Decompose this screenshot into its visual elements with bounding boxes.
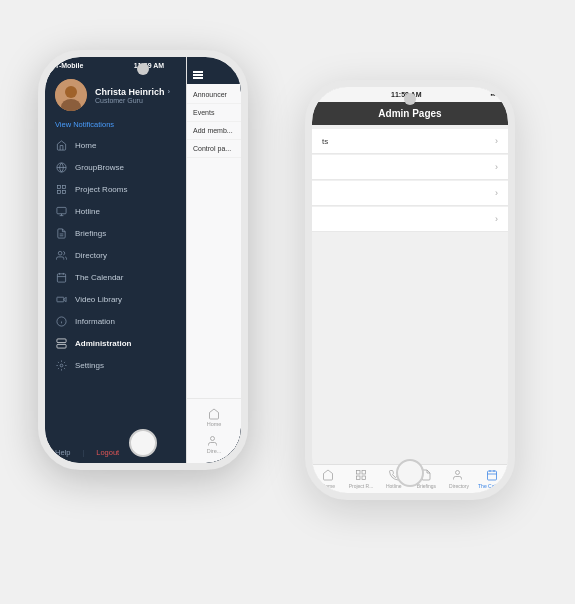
svg-rect-30 (357, 471, 361, 475)
tab-directory-label: Directory (449, 483, 469, 489)
footer-divider: | (82, 449, 84, 456)
admin-list-item-1[interactable]: ts › (312, 129, 508, 154)
tab-directory[interactable]: Directory (443, 468, 476, 489)
file-icon (55, 227, 67, 239)
overlay-header (187, 57, 241, 84)
monitor-icon (55, 205, 67, 217)
svg-point-34 (456, 471, 460, 475)
admin-item-chevron-3: › (495, 188, 498, 198)
grid-icon (55, 183, 67, 195)
home-icon (55, 139, 67, 151)
svg-rect-6 (62, 185, 65, 188)
svg-point-1 (65, 86, 77, 98)
svg-rect-33 (362, 476, 366, 480)
help-link[interactable]: Help (55, 448, 70, 457)
overlay-item-controlpa[interactable]: Control pa... (187, 140, 241, 158)
overlay-panel: Announcer Events Add memb... Control pa.… (186, 57, 241, 463)
svg-rect-7 (57, 190, 60, 193)
admin-title: Admin Pages (378, 108, 441, 119)
overlay-bottom: Home Dire... (187, 398, 241, 463)
people-icon (55, 249, 67, 261)
tab-home-icon (321, 468, 335, 482)
tab-calendar-icon (485, 468, 499, 482)
hamburger-icon[interactable] (193, 71, 203, 79)
left-phone: T-Mobile 11:59 AM ■ ■ ■ (38, 50, 248, 470)
overlay-tab-directory[interactable]: Dire... (187, 431, 241, 458)
svg-rect-24 (56, 338, 65, 342)
nav-label-briefings: Briefings (75, 229, 106, 238)
phones-container: T-Mobile 11:59 AM ■ ■ ■ (0, 0, 575, 604)
carrier: T-Mobile (55, 62, 83, 69)
right-phone-screen: 11:59 AM ▪▪▪ Admin Pages ts › › › (312, 87, 508, 493)
tab-projectrooms-label: Project R... (349, 483, 374, 489)
svg-point-28 (60, 364, 63, 367)
nav-label-calendar: The Calendar (75, 273, 123, 282)
globe-icon (55, 161, 67, 173)
admin-item-chevron-2: › (495, 162, 498, 172)
admin-item-chevron-4: › (495, 214, 498, 224)
calendar-icon (55, 271, 67, 283)
phone-camera-left (137, 63, 149, 75)
svg-rect-31 (362, 471, 366, 475)
nav-label-groupbrowse: GroupBrowse (75, 163, 124, 172)
svg-rect-5 (57, 185, 60, 188)
svg-rect-15 (57, 273, 65, 281)
avatar (55, 79, 87, 111)
nav-label-hotline: Hotline (75, 207, 100, 216)
right-phone: 11:59 AM ▪▪▪ Admin Pages ts › › › (305, 80, 515, 500)
nav-label-projectrooms: Project Rooms (75, 185, 127, 194)
nav-label-settings: Settings (75, 361, 104, 370)
tab-projectrooms[interactable]: Project R... (345, 468, 378, 489)
tab-projectrooms-icon (354, 468, 368, 482)
svg-rect-8 (62, 190, 65, 193)
nav-label-videolibrary: Video Library (75, 295, 122, 304)
right-battery: ▪▪▪ (491, 91, 498, 98)
admin-header: Admin Pages (312, 102, 508, 125)
svg-point-29 (211, 437, 215, 441)
svg-rect-25 (56, 344, 65, 348)
tab-home-label: Home (322, 483, 335, 489)
tab-hotline-label: Hotline (386, 483, 402, 489)
profile-chevron: › (168, 87, 171, 96)
admin-list-item-3[interactable]: › (312, 181, 508, 206)
nav-label-administration: Administration (75, 339, 131, 348)
svg-rect-35 (487, 471, 496, 480)
info-icon (55, 315, 67, 327)
admin-list-item-4[interactable]: › (312, 207, 508, 232)
left-phone-screen: T-Mobile 11:59 AM ■ ■ ■ (45, 57, 241, 463)
nav-label-information: Information (75, 317, 115, 326)
overlay-items: Announcer Events Add memb... Control pa.… (187, 84, 241, 399)
admin-item-chevron-1: › (495, 136, 498, 146)
phone-camera-right (404, 93, 416, 105)
tab-calendar[interactable]: The Calen... (475, 468, 508, 489)
svg-marker-20 (63, 297, 65, 302)
svg-rect-32 (357, 476, 361, 480)
home-button-left[interactable] (129, 429, 157, 457)
logout-link[interactable]: Logout (96, 448, 119, 457)
nav-label-home: Home (75, 141, 96, 150)
tab-home[interactable]: Home (312, 468, 345, 489)
home-button-right[interactable] (396, 459, 424, 487)
tab-calendar-label: The Calen... (478, 483, 505, 489)
overlay-item-events[interactable]: Events (187, 104, 241, 122)
overlay-item-announcer[interactable]: Announcer (187, 86, 241, 104)
admin-list: ts › › › › (312, 125, 508, 464)
svg-rect-19 (56, 297, 63, 302)
admin-list-item-2[interactable]: › (312, 155, 508, 180)
overlay-item-addmember[interactable]: Add memb... (187, 122, 241, 140)
svg-point-14 (58, 251, 62, 255)
server-icon (55, 337, 67, 349)
svg-rect-9 (56, 207, 65, 213)
gear-icon (55, 359, 67, 371)
tab-briefings-label: Briefings (417, 483, 436, 489)
nav-label-directory: Directory (75, 251, 107, 260)
tab-directory-icon (452, 468, 466, 482)
video-icon (55, 293, 67, 305)
overlay-tab-home[interactable]: Home (187, 404, 241, 431)
